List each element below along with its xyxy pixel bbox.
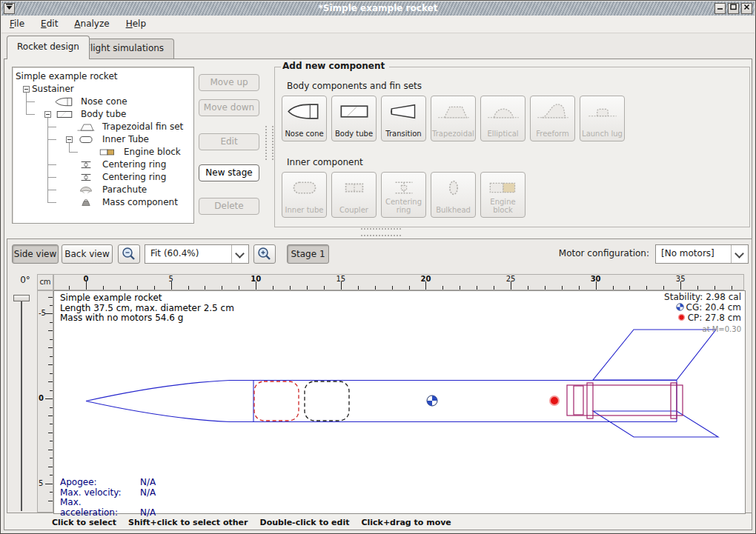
apogee-label: Apogee: xyxy=(60,478,140,488)
move-up-button[interactable]: Move up xyxy=(199,74,259,91)
tree-item-centering-ring[interactable]: Centering ring xyxy=(13,158,193,171)
ruler-tick xyxy=(188,286,189,290)
add-coupler-button[interactable]: Coupler xyxy=(331,172,377,218)
menu-edit[interactable]: Edit xyxy=(33,16,66,33)
rocket-outline xyxy=(86,330,718,437)
tree-item-label: Centering ring xyxy=(102,159,166,170)
edit-button[interactable]: Edit xyxy=(199,133,259,150)
ruler-label: 0 xyxy=(77,275,95,283)
zoom-in-button[interactable] xyxy=(253,244,276,264)
new-stage-button[interactable]: New stage xyxy=(199,164,259,181)
add-trapezoidal-button[interactable]: Trapezoidal xyxy=(431,96,476,141)
side-view-button[interactable]: Side view xyxy=(12,244,59,264)
add-transition-button[interactable]: Transition xyxy=(381,96,426,141)
vertical-ruler: -505 xyxy=(37,290,53,513)
tree-expander-icon[interactable] xyxy=(23,86,30,93)
move-down-button[interactable]: Move down xyxy=(199,99,259,116)
minimize-button[interactable] xyxy=(714,3,726,14)
parachute-outline xyxy=(254,381,299,421)
tree-item-simple-example-rocket[interactable]: Simple example rocket xyxy=(13,70,193,83)
maximize-button[interactable] xyxy=(728,3,739,14)
back-view-button[interactable]: Back view xyxy=(62,244,113,264)
motor-combo-arrow[interactable] xyxy=(731,245,748,263)
menu-help[interactable]: Help xyxy=(118,16,154,33)
tab-rocket-design[interactable]: Rocket design xyxy=(7,36,90,59)
zoom-level-combobox[interactable]: Fit (60.4%) xyxy=(145,244,249,264)
ruler-label: 5 xyxy=(162,275,180,283)
rotation-slider-handle[interactable] xyxy=(13,295,30,301)
zoom-combo-arrow[interactable] xyxy=(231,245,248,263)
tree-item-engine-block[interactable]: Engine block xyxy=(13,146,193,158)
inner-components xyxy=(567,383,683,418)
title-bar[interactable]: *Simple example rocket xyxy=(1,1,755,16)
tree-item-nose-cone[interactable]: Nose cone xyxy=(13,96,193,108)
horizontal-ruler: 05101520253035 xyxy=(53,274,744,290)
centering-ring-aft xyxy=(671,383,677,418)
tree-connector-line xyxy=(26,93,27,114)
fin-bottom xyxy=(593,411,718,437)
tree-item-body-tube[interactable]: Body tube xyxy=(13,108,193,121)
add-launch-lug-button[interactable]: Launch lug xyxy=(580,96,625,141)
app-window: *Simple example rocket FileEditAnalyzeHe… xyxy=(0,0,756,534)
add-engine-block-button[interactable]: Engine block xyxy=(480,172,525,218)
add-bulkhead-button[interactable]: Bulkhead xyxy=(431,172,476,218)
vertical-splitter-grip[interactable] xyxy=(265,126,273,160)
close-button[interactable] xyxy=(741,3,752,14)
ruler-tick xyxy=(732,286,732,290)
add-freeform-button[interactable]: Freeform xyxy=(530,96,575,141)
tree-connector-line xyxy=(47,164,56,165)
tree-item-centering-ring[interactable]: Centering ring xyxy=(13,171,193,184)
tree-expander-icon[interactable] xyxy=(44,111,51,118)
status-bar: Click to selectShift+click to select oth… xyxy=(4,514,752,532)
menu-file[interactable]: File xyxy=(1,16,33,33)
flight-stats: Apogee:N/A Max. velocity:N/A Max. accele… xyxy=(60,478,156,518)
motor-configuration-value: [No motors] xyxy=(661,248,714,258)
rocket-info: Simple example rocket Length 37.5 cm, ma… xyxy=(60,293,234,324)
tree-item-inner-tube[interactable]: Inner Tube xyxy=(13,133,193,146)
ruler-tick xyxy=(69,286,70,290)
tree-connector-line xyxy=(26,114,35,115)
horizontal-splitter-grip[interactable] xyxy=(361,228,401,236)
add-body-tube-button[interactable]: Body tube xyxy=(331,96,377,141)
tree-item-label: Engine block xyxy=(124,147,181,157)
delete-button[interactable]: Delete xyxy=(199,198,259,215)
tree-item-trapezoidal-fin-set[interactable]: Trapezoidal fin set xyxy=(13,121,193,133)
cg-marker xyxy=(427,396,437,406)
cp-label: CP: xyxy=(688,313,703,323)
tree-item-label: Inner Tube xyxy=(102,134,149,144)
add-component-group: Add new component Body components and fi… xyxy=(274,67,750,227)
tree-item-label: Mass component xyxy=(102,197,178,207)
tab-flight-simulations[interactable]: Flight simulations xyxy=(75,39,174,59)
add-inner-tube-button[interactable]: Inner tube xyxy=(282,172,327,218)
add-nose-cone-button[interactable]: Nose cone xyxy=(282,96,327,141)
ruler-label: 25 xyxy=(502,275,520,283)
zoom-out-button[interactable] xyxy=(118,244,140,264)
component-button-label: Launch lug xyxy=(581,130,623,138)
ruler-tick xyxy=(50,322,53,323)
ruler-tick xyxy=(50,424,53,424)
ruler-tick xyxy=(50,390,53,391)
ruler-tick xyxy=(45,484,53,484)
cp-icon xyxy=(677,313,686,324)
tree-item-parachute[interactable]: Parachute xyxy=(13,184,193,196)
motor-configuration-combobox[interactable]: [No motors] xyxy=(655,244,749,264)
rocket-figure-canvas[interactable]: Simple example rocket Length 37.5 cm, ma… xyxy=(53,290,746,514)
ruler-tick xyxy=(50,407,53,408)
stage-1-toggle[interactable]: Stage 1 xyxy=(287,244,329,264)
component-button-label: Elliptical xyxy=(482,130,524,138)
ruler-tick xyxy=(375,286,376,290)
ruler-tick xyxy=(50,492,53,493)
tree-item-sustainer[interactable]: Sustainer xyxy=(13,83,193,96)
tree-item-mass-component[interactable]: Mass component xyxy=(13,196,193,209)
tree-item-label: Centering ring xyxy=(102,172,166,182)
cg-icon xyxy=(676,303,684,314)
add-elliptical-button[interactable]: Elliptical xyxy=(480,96,525,141)
ruler-tick xyxy=(154,286,155,290)
section-body-components-label: Body components and fin sets xyxy=(287,81,422,91)
add-centering-ring-button[interactable]: Centering ring xyxy=(381,172,426,218)
tree-expander-icon[interactable] xyxy=(66,136,73,143)
menu-analyze[interactable]: Analyze xyxy=(66,16,117,33)
component-tree[interactable]: Simple example rocketSustainerNose coneB… xyxy=(12,67,194,224)
ruler-tick xyxy=(48,450,53,450)
launch-lug-icon xyxy=(580,101,624,124)
